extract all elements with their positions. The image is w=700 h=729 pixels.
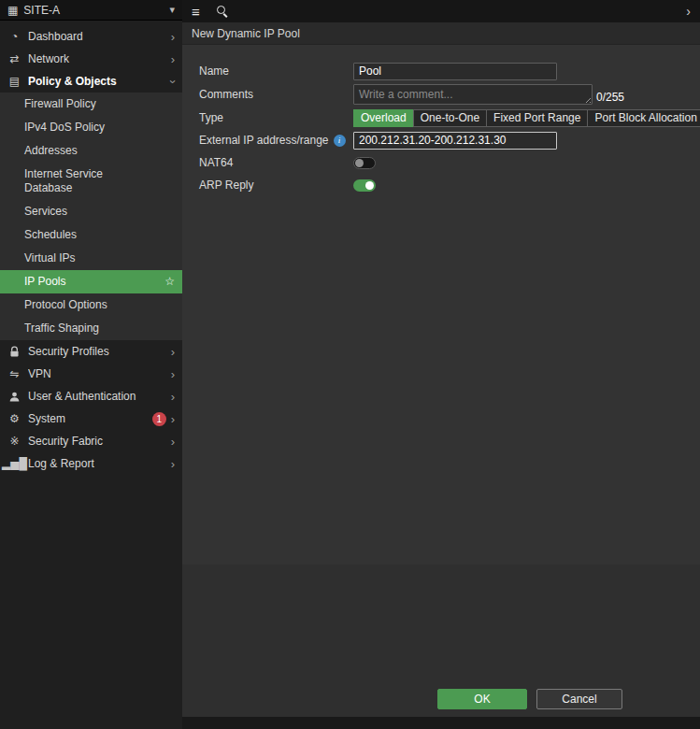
submenu-label: Firewall Policy xyxy=(24,97,96,111)
submenu-label: Schedules xyxy=(24,228,77,242)
bottom-strip xyxy=(182,717,700,729)
submenu-label: Services xyxy=(24,205,67,219)
cancel-button[interactable]: Cancel xyxy=(536,689,622,709)
security-fabric-icon: ※ xyxy=(7,435,21,448)
arp-reply-label: ARP Reply xyxy=(199,179,253,192)
form-footer: OK Cancel xyxy=(182,681,700,717)
page-title: New Dynamic IP Pool xyxy=(192,27,300,40)
sidebar-item-services[interactable]: Services xyxy=(0,200,182,223)
external-ip-label: External IP address/range xyxy=(199,134,329,147)
form-row-comments: Comments 0/255 xyxy=(199,84,696,105)
form-row-external-ip: External IP address/range i xyxy=(199,131,696,150)
sidebar-item-ipv4-dos-policy[interactable]: IPv4 DoS Policy xyxy=(0,116,182,139)
sidebar-item-security-profiles[interactable]: Security Profiles › xyxy=(0,340,182,363)
nat64-toggle[interactable] xyxy=(353,157,376,169)
content-spacer xyxy=(182,565,700,681)
sidebar-item-log-report[interactable]: ▂▅█ Log & Report › xyxy=(0,452,182,475)
dashboard-icon: ◔ xyxy=(7,30,21,43)
chevron-right-icon: › xyxy=(171,368,175,380)
sidebar-item-addresses[interactable]: Addresses xyxy=(0,139,182,163)
sidebar-item-vpn[interactable]: ⇋ VPN › xyxy=(0,363,182,385)
gear-icon: ⚙ xyxy=(7,412,21,425)
sidebar-item-traffic-shaping[interactable]: Traffic Shaping xyxy=(0,317,182,340)
menu-hamburger-icon[interactable]: ≡ xyxy=(192,4,200,20)
submenu-label: IPv4 DoS Policy xyxy=(24,121,105,135)
chevron-right-icon: › xyxy=(171,458,175,470)
chevron-right-icon: › xyxy=(171,436,175,448)
type-option-fixed-port-range[interactable]: Fixed Port Range xyxy=(486,109,588,127)
comments-label: Comments xyxy=(199,88,253,101)
system-right-group: 1 › xyxy=(152,412,175,426)
comments-char-counter: 0/255 xyxy=(596,91,624,105)
form-row-nat64: NAT64 xyxy=(199,153,696,172)
sidebar: ▦ SITE-A ▾ ◔ Dashboard › ⇄ Network › ▤ P… xyxy=(0,0,182,729)
name-label: Name xyxy=(199,64,229,78)
name-input[interactable] xyxy=(353,63,557,80)
sidebar-item-protocol-options[interactable]: Protocol Options xyxy=(0,293,182,317)
sidebar-item-label: Dashboard xyxy=(28,30,164,43)
nat64-label: NAT64 xyxy=(199,156,233,169)
policy-objects-icon: ▤ xyxy=(7,75,21,88)
submenu-label: IP Pools xyxy=(24,275,65,289)
site-selector[interactable]: ▦ SITE-A ▾ xyxy=(0,0,182,21)
sidebar-item-internet-service-database[interactable]: Internet Service Database xyxy=(0,163,182,200)
type-segmented-control: Overload One-to-One Fixed Port Range Por… xyxy=(353,109,700,127)
sidebar-item-ip-pools[interactable]: IP Pools ☆ xyxy=(0,270,182,293)
alert-count-badge: 1 xyxy=(152,412,166,426)
form-row-type: Type Overload One-to-One Fixed Port Rang… xyxy=(199,108,696,127)
sidebar-item-label: User & Authentication xyxy=(28,390,164,403)
form-row-name: Name xyxy=(199,62,696,80)
site-name: SITE-A xyxy=(23,4,60,17)
sidebar-item-user-authentication[interactable]: User & Authentication › xyxy=(0,385,182,407)
submenu-label: Virtual IPs xyxy=(24,251,75,265)
favorite-star-icon[interactable]: ☆ xyxy=(164,275,175,289)
sidebar-item-schedules[interactable]: Schedules xyxy=(0,223,182,247)
page-titlebar: New Dynamic IP Pool xyxy=(182,22,700,45)
sidebar-nav: ◔ Dashboard › ⇄ Network › ▤ Policy & Obj… xyxy=(0,25,182,475)
ok-button[interactable]: OK xyxy=(437,689,527,709)
sidebar-item-label: Network xyxy=(28,52,164,65)
sidebar-item-virtual-ips[interactable]: Virtual IPs xyxy=(0,247,182,270)
sidebar-item-network[interactable]: ⇄ Network › xyxy=(0,48,182,70)
chevron-right-icon: › xyxy=(171,31,175,43)
lock-icon xyxy=(7,346,21,358)
info-icon[interactable]: i xyxy=(334,135,346,147)
type-option-overload[interactable]: Overload xyxy=(353,109,414,127)
sidebar-item-security-fabric[interactable]: ※ Security Fabric › xyxy=(0,430,182,452)
submenu-label: Traffic Shaping xyxy=(24,322,99,336)
user-icon xyxy=(7,391,21,403)
sidebar-item-label: Security Profiles xyxy=(28,345,164,358)
chevron-right-icon: › xyxy=(171,391,175,403)
sidebar-item-dashboard[interactable]: ◔ Dashboard › xyxy=(0,25,182,48)
form-row-arp-reply: ARP Reply xyxy=(199,176,696,194)
caret-down-icon: ▾ xyxy=(169,4,175,16)
chevron-down-icon: › xyxy=(166,79,179,83)
type-option-one-to-one[interactable]: One-to-One xyxy=(413,109,487,127)
sidebar-item-system[interactable]: ⚙ System 1 › xyxy=(0,407,182,430)
external-ip-input[interactable] xyxy=(353,132,557,150)
policy-objects-submenu: Firewall Policy IPv4 DoS Policy Addresse… xyxy=(0,93,182,340)
sidebar-item-firewall-policy[interactable]: Firewall Policy xyxy=(0,93,182,116)
panel-collapse-icon[interactable]: › xyxy=(686,4,691,19)
chevron-right-icon: › xyxy=(171,413,175,425)
submenu-label: Protocol Options xyxy=(24,298,107,312)
arp-reply-toggle[interactable] xyxy=(353,179,376,192)
sidebar-item-label: Security Fabric xyxy=(28,435,164,448)
bar-chart-icon: ▂▅█ xyxy=(7,457,21,470)
sidebar-item-label: System xyxy=(28,412,146,425)
chevron-right-icon: › xyxy=(171,346,175,358)
topbar: ≡ › xyxy=(182,0,700,22)
sidebar-item-policy-objects[interactable]: ▤ Policy & Objects › xyxy=(0,70,182,93)
type-option-port-block-allocation[interactable]: Port Block Allocation xyxy=(587,109,700,127)
comments-input[interactable] xyxy=(353,84,593,105)
main-content: ≡ › New Dynamic IP Pool Name Comments xyxy=(182,0,700,729)
sidebar-item-label: Policy & Objects xyxy=(28,75,164,88)
ip-pool-form: Name Comments 0/255 Type xyxy=(182,45,700,565)
sidebar-item-label: VPN xyxy=(28,367,164,380)
site-logo-icon: ▦ xyxy=(7,4,18,17)
fortigate-app: ▦ SITE-A ▾ ◔ Dashboard › ⇄ Network › ▤ P… xyxy=(0,0,700,729)
submenu-label: Internet Service Database xyxy=(24,167,146,195)
search-icon[interactable] xyxy=(217,6,228,17)
chevron-right-icon: › xyxy=(171,53,175,65)
vpn-icon: ⇋ xyxy=(7,367,21,380)
